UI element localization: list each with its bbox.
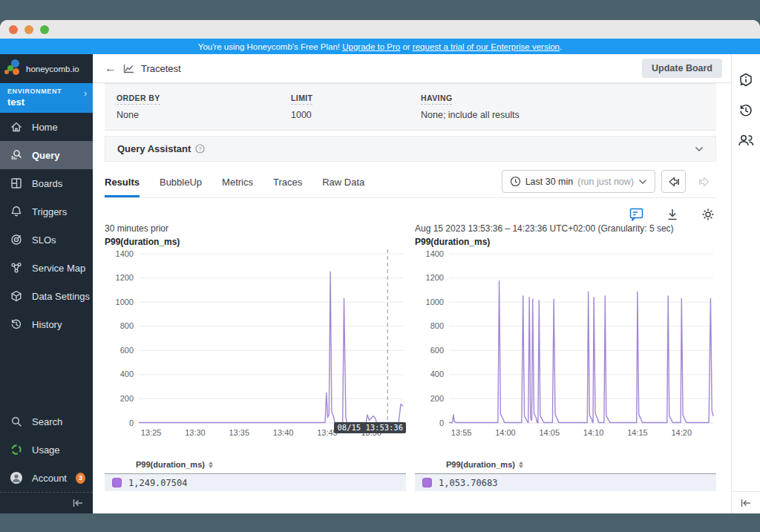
- limit-value: 1000: [291, 110, 421, 120]
- honeycomb-logo-icon: [4, 59, 24, 79]
- sidebar-item-boards[interactable]: Boards: [0, 169, 93, 197]
- back-arrow-icon[interactable]: ←: [105, 62, 117, 74]
- sidebar-item-account[interactable]: Account3: [0, 464, 93, 492]
- right-rail: [731, 54, 760, 513]
- column-header-label: P99(duration_ms): [446, 460, 515, 469]
- chart-plot[interactable]: 020040060080010001200140013:2513:3013:35…: [105, 248, 406, 442]
- svg-text:200: 200: [430, 394, 444, 403]
- timeseries-chart[interactable]: 30 minutes priorP99(duration_ms)02004006…: [105, 223, 406, 442]
- rail-collapse-button[interactable]: [732, 491, 760, 513]
- arrow-right-icon: [698, 177, 711, 187]
- sidebar-item-label: Triggers: [32, 206, 67, 217]
- usage-icon: [10, 443, 23, 456]
- sidebar-item-search[interactable]: Search: [0, 407, 93, 436]
- timeseries-chart[interactable]: Aug 15 2023 13:53:36 – 14:23:36 UTC+02:0…: [415, 223, 716, 442]
- team-icon[interactable]: [737, 133, 755, 148]
- sidebar-collapse-button[interactable]: [0, 492, 93, 513]
- svg-text:0: 0: [439, 418, 444, 427]
- sidebar-item-slos[interactable]: SLOs: [0, 226, 93, 254]
- chart-title: 30 minutes prior: [105, 223, 406, 235]
- line-chart-icon: [123, 64, 134, 73]
- enterprise-trial-link[interactable]: request a trial of our Enterprise versio…: [413, 42, 560, 51]
- upgrade-to-pro-link[interactable]: Upgrade to Pro: [342, 42, 400, 51]
- previous-query-button[interactable]: [661, 170, 686, 193]
- download-icon[interactable]: [666, 208, 679, 221]
- limit-column: LIMIT 1000: [291, 91, 421, 120]
- arrow-left-bar-icon: [667, 177, 681, 187]
- having-label: HAVING: [421, 93, 452, 105]
- sidebar-item-usage[interactable]: Usage: [0, 436, 93, 464]
- sidebar-item-home[interactable]: Home: [0, 113, 93, 141]
- sidebar-item-label: Boards: [32, 178, 62, 189]
- clock-icon: [510, 176, 521, 187]
- series-swatch-icon: [112, 478, 122, 487]
- table-column-header[interactable]: P99(duration_ms): [446, 460, 716, 469]
- sidebar-item-query[interactable]: Query: [0, 141, 93, 169]
- update-board-button[interactable]: Update Board: [642, 59, 722, 78]
- account-badge: 3: [76, 473, 85, 484]
- banner-text: You're using Honeycomb's Free Plan!: [198, 42, 342, 51]
- environment-switcher[interactable]: ENVIRONMENT test ›: [0, 83, 93, 113]
- sidebar-item-label: Account: [32, 473, 67, 484]
- sidebar-item-service-map[interactable]: Service Map: [0, 254, 93, 282]
- svg-text:1400: 1400: [426, 249, 444, 258]
- chevron-right-icon: ›: [84, 88, 87, 99]
- honeycomb-logo[interactable]: honeycomb.io: [0, 54, 93, 83]
- tab-results[interactable]: Results: [105, 165, 140, 197]
- sidebar-item-triggers[interactable]: Triggers: [0, 197, 93, 226]
- history-icon[interactable]: [738, 102, 754, 119]
- sort-icon: [519, 462, 523, 468]
- svg-text:400: 400: [120, 370, 134, 378]
- sidebar-item-label: Service Map: [32, 263, 85, 274]
- tab-bubbleup[interactable]: BubbleUp: [160, 165, 202, 197]
- help-circle-icon: ?: [195, 144, 205, 154]
- annotation-comment-icon[interactable]: [629, 208, 643, 221]
- table-row[interactable]: 1,249.07504: [105, 473, 406, 491]
- environment-name: test: [7, 96, 87, 108]
- tab-traces[interactable]: Traces: [273, 165, 302, 197]
- having-column: HAVING None; include all results: [421, 91, 704, 120]
- environment-label: ENVIRONMENT: [7, 88, 87, 95]
- table-column-header[interactable]: P99(duration_ms): [136, 460, 406, 469]
- tab-metrics[interactable]: Metrics: [222, 165, 253, 197]
- info-icon[interactable]: [738, 72, 754, 88]
- next-query-button[interactable]: [692, 170, 716, 193]
- svg-text:800: 800: [430, 321, 444, 330]
- sidebar-item-history[interactable]: History: [0, 310, 93, 338]
- collapse-left-icon: [72, 499, 84, 508]
- minimize-window-icon[interactable]: [24, 25, 33, 34]
- query-summary-panel[interactable]: ORDER BY None LIMIT 1000 HAVING None; in…: [105, 83, 716, 131]
- svg-text:0: 0: [129, 418, 134, 427]
- page-title: Tracetest: [141, 63, 181, 74]
- tab-raw-data[interactable]: Raw Data: [322, 165, 364, 197]
- table-row[interactable]: 1,053.70683: [415, 473, 716, 491]
- table-cell-value: 1,249.07504: [128, 478, 187, 488]
- zoom-window-icon[interactable]: [40, 25, 49, 34]
- svg-text:14:05: 14:05: [540, 428, 560, 437]
- home-icon: [10, 120, 23, 134]
- svg-text:1400: 1400: [116, 249, 134, 258]
- query-assistant-panel[interactable]: Query Assistant ?: [105, 136, 716, 162]
- svg-text:200: 200: [120, 394, 134, 403]
- results-tab-bar: ResultsBubbleUpMetricsTracesRaw Data Las…: [105, 165, 716, 198]
- chart-actions: [105, 198, 716, 223]
- gear-icon[interactable]: [701, 208, 715, 221]
- query-assistant-title: Query Assistant: [117, 143, 191, 154]
- time-range-select[interactable]: Last 30 min (run just now): [502, 170, 655, 193]
- column-header-label: P99(duration_ms): [136, 460, 205, 469]
- chevron-down-icon: [695, 146, 704, 152]
- time-range-value: Last 30 min: [525, 177, 574, 187]
- logo-text: honeycomb.io: [26, 65, 79, 73]
- chart-y-axis-label: P99(duration_ms): [105, 237, 406, 248]
- sidebar-item-label: Usage: [32, 444, 60, 456]
- svg-text:13:40: 13:40: [273, 428, 294, 437]
- sidebar-item-data-settings[interactable]: Data Settings: [0, 282, 93, 310]
- chart-plot[interactable]: 020040060080010001200140013:5514:0014:05…: [415, 248, 716, 442]
- collapse-left-icon: [740, 499, 752, 508]
- sidebar: honeycomb.io ENVIRONMENT test › HomeQuer…: [0, 54, 93, 513]
- board-header: ← Tracetest Update Board: [93, 54, 731, 83]
- service-map-icon: [10, 261, 23, 275]
- close-window-icon[interactable]: [9, 25, 18, 34]
- sidebar-item-label: Data Settings: [32, 291, 90, 302]
- sidebar-item-label: Home: [32, 122, 58, 133]
